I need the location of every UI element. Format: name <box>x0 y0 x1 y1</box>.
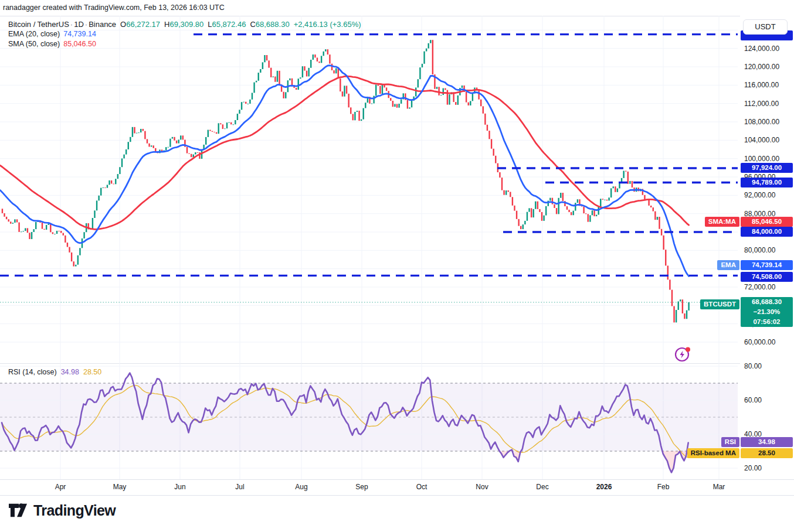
attribution-text: ranadagger created with TradingView.com,… <box>3 4 225 12</box>
symbol-badge-change: −21.30% <box>741 307 793 317</box>
price-axis-label: 60,000.00 <box>744 338 775 346</box>
ema-price-badge: 74,739.14 <box>741 260 793 270</box>
ema-legend-label: EMA (20, close) <box>8 30 60 38</box>
rsi-axis-tag: RSI <box>721 437 739 447</box>
time-axis-label: Dec <box>536 483 548 491</box>
sma-legend-row[interactable]: SMA (50, close)85,046.50 <box>8 40 96 48</box>
price-axis-label: 112,000.00 <box>744 100 779 108</box>
price-axis-label: 104,000.00 <box>744 136 779 144</box>
time-axis-label: Oct <box>416 483 427 491</box>
time-axis-label: May <box>113 483 127 491</box>
ohlc-open: O66,272.17 <box>120 20 160 29</box>
rsi-legend-value: 34.98 <box>61 368 79 376</box>
symbol-axis-tag: BTCUSDT <box>700 299 739 309</box>
rsi-axis-label: 20.00 <box>744 464 762 472</box>
notification-dot-icon <box>686 347 690 352</box>
time-axis-label: Nov <box>476 483 488 491</box>
time-axis-label: Jun <box>174 483 185 491</box>
rsi-ma-value-badge: 28.50 <box>741 448 793 458</box>
price-axis-label: 116,000.00 <box>744 81 779 89</box>
price-axis-label: 124,000.00 <box>744 45 779 53</box>
time-axis-label: Jul <box>235 483 244 491</box>
price-axis[interactable]: 20.0040.0060.0080.0060,000.0064,000.0072… <box>740 16 794 479</box>
tradingview-mark-icon <box>9 502 29 519</box>
chart-bottom-border <box>0 495 794 496</box>
price-axis-label: 100,000.00 <box>744 155 779 163</box>
time-axis-label: Feb <box>657 483 670 491</box>
sma-price-badge: 85,046.50 <box>741 217 793 227</box>
symbol-badge-countdown: 07:56:02 <box>741 317 793 327</box>
ema-legend-value: 74,739.14 <box>63 30 96 38</box>
level-badge-84000: 84,000.00 <box>741 227 793 237</box>
sma-legend-label: SMA (50, close) <box>8 40 60 48</box>
rsi-ma-legend-value: 28.50 <box>83 368 101 376</box>
level-badge-74508: 74,508.00 <box>741 272 793 282</box>
rsi-legend-row[interactable]: RSI (14, close)34.9828.50 <box>8 368 101 376</box>
tradingview-logo-text: TradingView <box>33 502 116 519</box>
lightning-button[interactable] <box>673 345 693 364</box>
price-axis-label: 108,000.00 <box>744 118 779 126</box>
symbol-legend-row[interactable]: Bitcoin / TetherUS·1D·BinanceO66,272.17H… <box>8 20 361 29</box>
rsi-axis-label: 60.00 <box>744 396 762 404</box>
level-badge-94789: 94,789.00 <box>741 178 793 187</box>
sma-axis-tag: SMA:MA <box>705 217 739 227</box>
time-axis-label: Aug <box>295 483 307 491</box>
time-axis-label: Apr <box>55 483 66 491</box>
time-axis-label: Sep <box>355 483 368 491</box>
price-axis-label: 92,000.00 <box>744 191 775 199</box>
rsi-ma-axis-tag: RSI-based MA <box>687 448 739 458</box>
tradingview-logo[interactable]: TradingView <box>9 502 116 519</box>
lightning-bolt-icon <box>680 351 685 359</box>
currency-axis-button[interactable]: USDT <box>743 19 788 35</box>
ema-legend-row[interactable]: EMA (20, close)74,739.14 <box>8 30 96 38</box>
ohlc-low: L65,872.46 <box>208 20 246 29</box>
ohlc-change: +2,416.13 (+3.65%) <box>294 20 361 29</box>
time-axis-label: Mar <box>713 483 725 491</box>
price-axis-label: 80,000.00 <box>744 246 775 254</box>
rsi-value-badge: 34.98 <box>741 437 793 447</box>
time-axis-label: 2026 <box>596 483 612 491</box>
symbol-price-badge: 68,688.30 −21.30% 07:56:02 <box>741 297 793 327</box>
time-axis-border <box>0 479 794 480</box>
symbol-badge-price: 68,688.30 <box>741 297 793 307</box>
rsi-chart-pane[interactable] <box>0 363 740 479</box>
ohlc-close: C68,688.30 <box>250 20 289 29</box>
rsi-legend-label: RSI (14, close) <box>8 368 57 376</box>
level-badge-97924: 97,924.00 <box>741 163 793 173</box>
rsi-axis-label: 80.00 <box>744 362 762 370</box>
price-axis-label: 72,000.00 <box>744 283 775 291</box>
ema-axis-tag: EMA <box>717 260 739 270</box>
price-chart-pane[interactable] <box>0 16 740 363</box>
ohlc-high: H69,309.80 <box>164 20 203 29</box>
sma-legend-value: 85,046.50 <box>63 40 96 48</box>
symbol-title: Bitcoin / TetherUS·1D·Binance <box>8 20 116 29</box>
price-axis-label: 120,000.00 <box>744 63 779 71</box>
